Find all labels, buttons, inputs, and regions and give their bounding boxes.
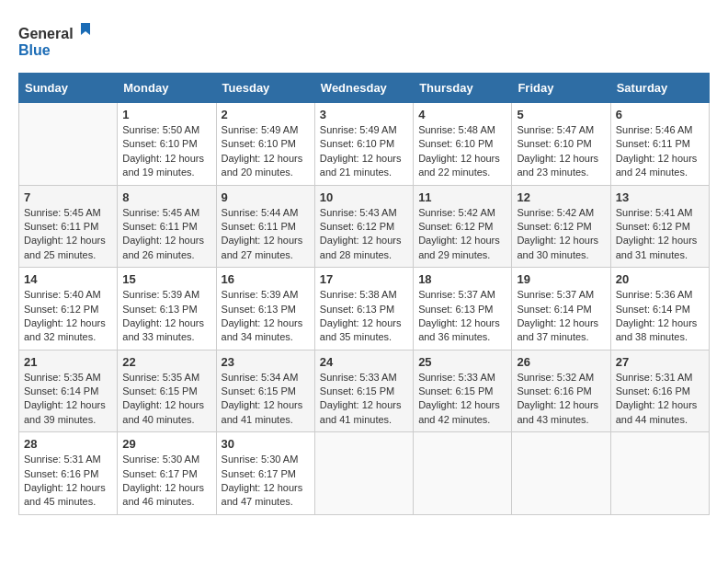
day-info: Sunrise: 5:47 AMSunset: 6:10 PMDaylight:… (517, 123, 605, 180)
day-info: Sunrise: 5:35 AMSunset: 6:14 PMDaylight:… (24, 371, 112, 428)
day-info: Sunrise: 5:45 AMSunset: 6:11 PMDaylight:… (24, 206, 112, 263)
calendar-day-cell: 2Sunrise: 5:49 AMSunset: 6:10 PMDaylight… (216, 103, 314, 186)
weekday-header: Friday (512, 74, 610, 103)
day-number: 10 (320, 190, 408, 204)
day-info: Sunrise: 5:45 AMSunset: 6:11 PMDaylight:… (122, 206, 210, 263)
calendar-day-cell: 3Sunrise: 5:49 AMSunset: 6:10 PMDaylight… (314, 103, 413, 186)
weekday-header: Thursday (414, 74, 512, 103)
calendar-day-cell: 8Sunrise: 5:45 AMSunset: 6:11 PMDaylight… (118, 185, 216, 268)
svg-text:Blue: Blue (18, 42, 51, 58)
day-number: 16 (222, 272, 310, 286)
day-info: Sunrise: 5:39 AMSunset: 6:13 PMDaylight:… (222, 288, 310, 345)
day-number: 18 (418, 272, 506, 286)
day-info: Sunrise: 5:31 AMSunset: 6:16 PMDaylight:… (24, 453, 112, 510)
day-number: 21 (24, 355, 112, 369)
day-number: 28 (24, 437, 112, 451)
day-info: Sunrise: 5:34 AMSunset: 6:15 PMDaylight:… (222, 371, 310, 428)
day-number: 5 (517, 108, 605, 121)
weekday-header: Wednesday (314, 74, 413, 103)
day-number: 1 (122, 108, 210, 121)
calendar-day-cell: 22Sunrise: 5:35 AMSunset: 6:15 PMDayligh… (118, 350, 216, 432)
calendar-body: 1Sunrise: 5:50 AMSunset: 6:10 PMDaylight… (19, 103, 710, 515)
weekday-header: Saturday (610, 74, 709, 103)
calendar-day-cell: 9Sunrise: 5:44 AMSunset: 6:11 PMDaylight… (216, 185, 314, 268)
calendar-table: SundayMondayTuesdayWednesdayThursdayFrid… (18, 73, 710, 515)
day-info: Sunrise: 5:49 AMSunset: 6:10 PMDaylight:… (222, 123, 310, 180)
day-info: Sunrise: 5:41 AMSunset: 6:12 PMDaylight:… (616, 206, 704, 263)
day-number: 8 (122, 190, 210, 204)
calendar-day-cell (19, 103, 118, 186)
calendar-day-cell: 11Sunrise: 5:42 AMSunset: 6:12 PMDayligh… (414, 185, 512, 268)
day-info: Sunrise: 5:37 AMSunset: 6:13 PMDaylight:… (418, 288, 506, 345)
calendar-day-cell: 1Sunrise: 5:50 AMSunset: 6:10 PMDaylight… (118, 103, 216, 186)
day-info: Sunrise: 5:44 AMSunset: 6:11 PMDaylight:… (222, 206, 310, 263)
calendar-day-cell: 5Sunrise: 5:47 AMSunset: 6:10 PMDaylight… (512, 103, 610, 186)
day-info: Sunrise: 5:46 AMSunset: 6:11 PMDaylight:… (616, 123, 704, 180)
weekday-header: Monday (118, 74, 216, 103)
day-number: 15 (122, 272, 210, 286)
weekday-header: Sunday (19, 74, 118, 103)
calendar-day-cell: 19Sunrise: 5:37 AMSunset: 6:14 PMDayligh… (512, 268, 610, 350)
day-info: Sunrise: 5:36 AMSunset: 6:14 PMDaylight:… (616, 288, 704, 345)
day-number: 11 (418, 190, 506, 204)
day-info: Sunrise: 5:43 AMSunset: 6:12 PMDaylight:… (320, 206, 408, 263)
calendar-day-cell: 6Sunrise: 5:46 AMSunset: 6:11 PMDaylight… (610, 103, 709, 186)
day-info: Sunrise: 5:33 AMSunset: 6:15 PMDaylight:… (418, 371, 506, 428)
calendar-week-row: 28Sunrise: 5:31 AMSunset: 6:16 PMDayligh… (19, 432, 710, 515)
day-number: 22 (122, 355, 210, 369)
calendar-day-cell: 15Sunrise: 5:39 AMSunset: 6:13 PMDayligh… (118, 268, 216, 350)
logo-text: General Blue (18, 18, 110, 63)
weekday-header: Tuesday (216, 74, 314, 103)
day-number: 12 (517, 190, 605, 204)
calendar-day-cell: 26Sunrise: 5:32 AMSunset: 6:16 PMDayligh… (512, 350, 610, 432)
calendar-day-cell (314, 432, 413, 515)
calendar-day-cell: 23Sunrise: 5:34 AMSunset: 6:15 PMDayligh… (216, 350, 314, 432)
calendar-day-cell: 28Sunrise: 5:31 AMSunset: 6:16 PMDayligh… (19, 432, 118, 515)
day-info: Sunrise: 5:48 AMSunset: 6:10 PMDaylight:… (418, 123, 506, 180)
calendar-day-cell: 29Sunrise: 5:30 AMSunset: 6:17 PMDayligh… (118, 432, 216, 515)
day-number: 20 (616, 272, 704, 286)
day-number: 4 (418, 108, 506, 121)
calendar-week-row: 7Sunrise: 5:45 AMSunset: 6:11 PMDaylight… (19, 185, 710, 268)
day-info: Sunrise: 5:33 AMSunset: 6:15 PMDaylight:… (320, 371, 408, 428)
calendar-day-cell: 14Sunrise: 5:40 AMSunset: 6:12 PMDayligh… (19, 268, 118, 350)
calendar-header-row: SundayMondayTuesdayWednesdayThursdayFrid… (19, 74, 710, 103)
header: General Blue (18, 18, 710, 63)
calendar-day-cell: 13Sunrise: 5:41 AMSunset: 6:12 PMDayligh… (610, 185, 709, 268)
calendar-day-cell (610, 432, 709, 515)
day-number: 13 (616, 190, 704, 204)
calendar-day-cell (414, 432, 512, 515)
day-number: 3 (320, 108, 408, 121)
day-number: 2 (222, 108, 310, 121)
day-info: Sunrise: 5:42 AMSunset: 6:12 PMDaylight:… (418, 206, 506, 263)
day-info: Sunrise: 5:49 AMSunset: 6:10 PMDaylight:… (320, 123, 408, 180)
day-number: 27 (616, 355, 704, 369)
day-number: 30 (222, 437, 310, 451)
day-number: 26 (517, 355, 605, 369)
calendar-day-cell: 17Sunrise: 5:38 AMSunset: 6:13 PMDayligh… (314, 268, 413, 350)
day-number: 23 (222, 355, 310, 369)
day-number: 17 (320, 272, 408, 286)
day-number: 19 (517, 272, 605, 286)
calendar-day-cell: 16Sunrise: 5:39 AMSunset: 6:13 PMDayligh… (216, 268, 314, 350)
calendar-day-cell: 7Sunrise: 5:45 AMSunset: 6:11 PMDaylight… (19, 185, 118, 268)
calendar-day-cell: 25Sunrise: 5:33 AMSunset: 6:15 PMDayligh… (414, 350, 512, 432)
calendar-week-row: 1Sunrise: 5:50 AMSunset: 6:10 PMDaylight… (19, 103, 710, 186)
day-info: Sunrise: 5:50 AMSunset: 6:10 PMDaylight:… (122, 123, 210, 180)
calendar-day-cell: 24Sunrise: 5:33 AMSunset: 6:15 PMDayligh… (314, 350, 413, 432)
calendar-day-cell: 18Sunrise: 5:37 AMSunset: 6:13 PMDayligh… (414, 268, 512, 350)
day-number: 29 (122, 437, 210, 451)
day-number: 6 (616, 108, 704, 121)
day-info: Sunrise: 5:37 AMSunset: 6:14 PMDaylight:… (517, 288, 605, 345)
day-number: 9 (222, 190, 310, 204)
day-info: Sunrise: 5:35 AMSunset: 6:15 PMDaylight:… (122, 371, 210, 428)
day-info: Sunrise: 5:32 AMSunset: 6:16 PMDaylight:… (517, 371, 605, 428)
day-number: 25 (418, 355, 506, 369)
calendar-week-row: 21Sunrise: 5:35 AMSunset: 6:14 PMDayligh… (19, 350, 710, 432)
calendar-day-cell (512, 432, 610, 515)
calendar-day-cell: 21Sunrise: 5:35 AMSunset: 6:14 PMDayligh… (19, 350, 118, 432)
day-info: Sunrise: 5:31 AMSunset: 6:16 PMDaylight:… (616, 371, 704, 428)
day-number: 24 (320, 355, 408, 369)
calendar-day-cell: 4Sunrise: 5:48 AMSunset: 6:10 PMDaylight… (414, 103, 512, 186)
day-info: Sunrise: 5:30 AMSunset: 6:17 PMDaylight:… (122, 453, 210, 510)
